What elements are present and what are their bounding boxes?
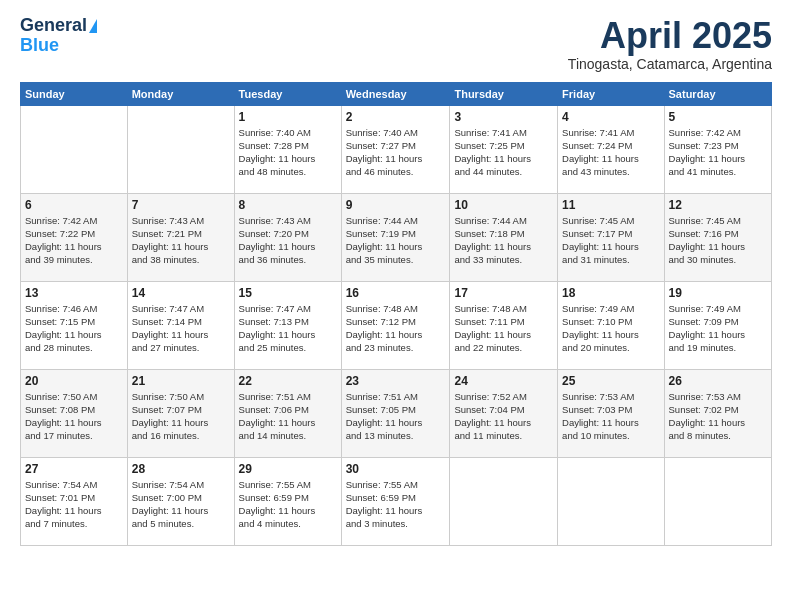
day-number: 17 xyxy=(454,286,553,300)
table-cell xyxy=(127,105,234,193)
day-number: 20 xyxy=(25,374,123,388)
table-cell xyxy=(664,457,771,545)
calendar-week-5: 27Sunrise: 7:54 AM Sunset: 7:01 PM Dayli… xyxy=(21,457,772,545)
header-saturday: Saturday xyxy=(664,82,771,105)
day-number: 25 xyxy=(562,374,659,388)
table-cell: 5Sunrise: 7:42 AM Sunset: 7:23 PM Daylig… xyxy=(664,105,771,193)
table-cell: 29Sunrise: 7:55 AM Sunset: 6:59 PM Dayli… xyxy=(234,457,341,545)
table-cell: 14Sunrise: 7:47 AM Sunset: 7:14 PM Dayli… xyxy=(127,281,234,369)
table-cell: 26Sunrise: 7:53 AM Sunset: 7:02 PM Dayli… xyxy=(664,369,771,457)
calendar-week-2: 6Sunrise: 7:42 AM Sunset: 7:22 PM Daylig… xyxy=(21,193,772,281)
logo-text-blue: Blue xyxy=(20,36,59,56)
day-number: 29 xyxy=(239,462,337,476)
day-info: Sunrise: 7:45 AM Sunset: 7:16 PM Dayligh… xyxy=(669,214,767,267)
day-number: 27 xyxy=(25,462,123,476)
table-cell: 10Sunrise: 7:44 AM Sunset: 7:18 PM Dayli… xyxy=(450,193,558,281)
day-number: 8 xyxy=(239,198,337,212)
calendar-week-1: 1Sunrise: 7:40 AM Sunset: 7:28 PM Daylig… xyxy=(21,105,772,193)
header-sunday: Sunday xyxy=(21,82,128,105)
day-info: Sunrise: 7:53 AM Sunset: 7:03 PM Dayligh… xyxy=(562,390,659,443)
day-info: Sunrise: 7:44 AM Sunset: 7:19 PM Dayligh… xyxy=(346,214,446,267)
table-cell: 25Sunrise: 7:53 AM Sunset: 7:03 PM Dayli… xyxy=(558,369,664,457)
location-subtitle: Tinogasta, Catamarca, Argentina xyxy=(568,56,772,72)
table-cell: 8Sunrise: 7:43 AM Sunset: 7:20 PM Daylig… xyxy=(234,193,341,281)
table-cell: 21Sunrise: 7:50 AM Sunset: 7:07 PM Dayli… xyxy=(127,369,234,457)
day-info: Sunrise: 7:41 AM Sunset: 7:24 PM Dayligh… xyxy=(562,126,659,179)
table-cell: 22Sunrise: 7:51 AM Sunset: 7:06 PM Dayli… xyxy=(234,369,341,457)
table-cell: 28Sunrise: 7:54 AM Sunset: 7:00 PM Dayli… xyxy=(127,457,234,545)
day-number: 4 xyxy=(562,110,659,124)
day-info: Sunrise: 7:51 AM Sunset: 7:06 PM Dayligh… xyxy=(239,390,337,443)
table-cell xyxy=(558,457,664,545)
title-section: April 2025 Tinogasta, Catamarca, Argenti… xyxy=(568,16,772,72)
calendar-week-4: 20Sunrise: 7:50 AM Sunset: 7:08 PM Dayli… xyxy=(21,369,772,457)
day-info: Sunrise: 7:47 AM Sunset: 7:13 PM Dayligh… xyxy=(239,302,337,355)
table-cell: 7Sunrise: 7:43 AM Sunset: 7:21 PM Daylig… xyxy=(127,193,234,281)
day-info: Sunrise: 7:53 AM Sunset: 7:02 PM Dayligh… xyxy=(669,390,767,443)
day-info: Sunrise: 7:49 AM Sunset: 7:09 PM Dayligh… xyxy=(669,302,767,355)
day-number: 28 xyxy=(132,462,230,476)
day-number: 14 xyxy=(132,286,230,300)
table-cell: 4Sunrise: 7:41 AM Sunset: 7:24 PM Daylig… xyxy=(558,105,664,193)
day-info: Sunrise: 7:55 AM Sunset: 6:59 PM Dayligh… xyxy=(346,478,446,531)
day-number: 11 xyxy=(562,198,659,212)
table-cell: 11Sunrise: 7:45 AM Sunset: 7:17 PM Dayli… xyxy=(558,193,664,281)
header: General Blue April 2025 Tinogasta, Catam… xyxy=(20,16,772,72)
table-cell xyxy=(450,457,558,545)
header-thursday: Thursday xyxy=(450,82,558,105)
day-info: Sunrise: 7:43 AM Sunset: 7:20 PM Dayligh… xyxy=(239,214,337,267)
day-info: Sunrise: 7:54 AM Sunset: 7:00 PM Dayligh… xyxy=(132,478,230,531)
day-number: 30 xyxy=(346,462,446,476)
header-wednesday: Wednesday xyxy=(341,82,450,105)
day-info: Sunrise: 7:41 AM Sunset: 7:25 PM Dayligh… xyxy=(454,126,553,179)
day-info: Sunrise: 7:46 AM Sunset: 7:15 PM Dayligh… xyxy=(25,302,123,355)
day-info: Sunrise: 7:51 AM Sunset: 7:05 PM Dayligh… xyxy=(346,390,446,443)
day-info: Sunrise: 7:40 AM Sunset: 7:27 PM Dayligh… xyxy=(346,126,446,179)
day-number: 7 xyxy=(132,198,230,212)
calendar-table: Sunday Monday Tuesday Wednesday Thursday… xyxy=(20,82,772,546)
day-number: 23 xyxy=(346,374,446,388)
table-cell: 18Sunrise: 7:49 AM Sunset: 7:10 PM Dayli… xyxy=(558,281,664,369)
table-cell: 12Sunrise: 7:45 AM Sunset: 7:16 PM Dayli… xyxy=(664,193,771,281)
day-info: Sunrise: 7:44 AM Sunset: 7:18 PM Dayligh… xyxy=(454,214,553,267)
day-number: 15 xyxy=(239,286,337,300)
day-number: 21 xyxy=(132,374,230,388)
table-cell: 30Sunrise: 7:55 AM Sunset: 6:59 PM Dayli… xyxy=(341,457,450,545)
day-info: Sunrise: 7:50 AM Sunset: 7:07 PM Dayligh… xyxy=(132,390,230,443)
day-number: 1 xyxy=(239,110,337,124)
day-info: Sunrise: 7:55 AM Sunset: 6:59 PM Dayligh… xyxy=(239,478,337,531)
day-number: 18 xyxy=(562,286,659,300)
day-info: Sunrise: 7:42 AM Sunset: 7:23 PM Dayligh… xyxy=(669,126,767,179)
day-number: 6 xyxy=(25,198,123,212)
day-number: 13 xyxy=(25,286,123,300)
day-info: Sunrise: 7:40 AM Sunset: 7:28 PM Dayligh… xyxy=(239,126,337,179)
day-info: Sunrise: 7:43 AM Sunset: 7:21 PM Dayligh… xyxy=(132,214,230,267)
table-cell xyxy=(21,105,128,193)
table-cell: 13Sunrise: 7:46 AM Sunset: 7:15 PM Dayli… xyxy=(21,281,128,369)
day-number: 24 xyxy=(454,374,553,388)
header-tuesday: Tuesday xyxy=(234,82,341,105)
calendar-week-3: 13Sunrise: 7:46 AM Sunset: 7:15 PM Dayli… xyxy=(21,281,772,369)
day-info: Sunrise: 7:47 AM Sunset: 7:14 PM Dayligh… xyxy=(132,302,230,355)
header-monday: Monday xyxy=(127,82,234,105)
day-info: Sunrise: 7:50 AM Sunset: 7:08 PM Dayligh… xyxy=(25,390,123,443)
table-cell: 23Sunrise: 7:51 AM Sunset: 7:05 PM Dayli… xyxy=(341,369,450,457)
day-info: Sunrise: 7:52 AM Sunset: 7:04 PM Dayligh… xyxy=(454,390,553,443)
day-number: 2 xyxy=(346,110,446,124)
month-title: April 2025 xyxy=(568,16,772,56)
logo-text-general: General xyxy=(20,16,87,36)
table-cell: 2Sunrise: 7:40 AM Sunset: 7:27 PM Daylig… xyxy=(341,105,450,193)
table-cell: 19Sunrise: 7:49 AM Sunset: 7:09 PM Dayli… xyxy=(664,281,771,369)
table-cell: 17Sunrise: 7:48 AM Sunset: 7:11 PM Dayli… xyxy=(450,281,558,369)
day-info: Sunrise: 7:54 AM Sunset: 7:01 PM Dayligh… xyxy=(25,478,123,531)
day-info: Sunrise: 7:49 AM Sunset: 7:10 PM Dayligh… xyxy=(562,302,659,355)
day-info: Sunrise: 7:45 AM Sunset: 7:17 PM Dayligh… xyxy=(562,214,659,267)
day-number: 3 xyxy=(454,110,553,124)
day-number: 16 xyxy=(346,286,446,300)
day-number: 5 xyxy=(669,110,767,124)
table-cell: 16Sunrise: 7:48 AM Sunset: 7:12 PM Dayli… xyxy=(341,281,450,369)
table-cell: 27Sunrise: 7:54 AM Sunset: 7:01 PM Dayli… xyxy=(21,457,128,545)
day-number: 19 xyxy=(669,286,767,300)
day-number: 26 xyxy=(669,374,767,388)
day-info: Sunrise: 7:48 AM Sunset: 7:12 PM Dayligh… xyxy=(346,302,446,355)
